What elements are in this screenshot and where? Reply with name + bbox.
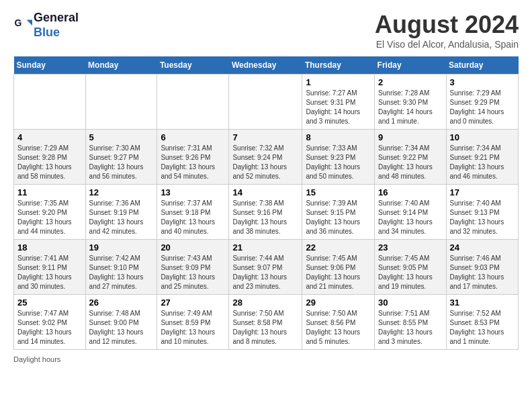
header: G General Blue August 2024 El Viso del A…	[13, 11, 519, 50]
day-info: Sunrise: 7:39 AMSunset: 9:15 PMDaylight:…	[306, 199, 371, 236]
location: El Viso del Alcor, Andalusia, Spain	[375, 39, 519, 50]
day-info: Sunrise: 7:51 AMSunset: 8:55 PMDaylight:…	[378, 309, 442, 347]
weekday-header-cell: Thursday	[302, 56, 375, 75]
day-info: Sunrise: 7:33 AMSunset: 9:23 PMDaylight:…	[306, 144, 371, 181]
footer-note-text: Daylight hours	[13, 355, 60, 363]
day-number: 24	[450, 242, 515, 253]
day-info: Sunrise: 7:27 AMSunset: 9:31 PMDaylight:…	[306, 89, 371, 126]
day-info: Sunrise: 7:28 AMSunset: 9:30 PMDaylight:…	[378, 89, 442, 126]
day-info: Sunrise: 7:52 AMSunset: 8:53 PMDaylight:…	[450, 309, 515, 347]
calendar-cell: 2Sunrise: 7:28 AMSunset: 9:30 PMDaylight…	[375, 75, 446, 130]
day-number: 11	[17, 187, 82, 197]
day-number: 30	[378, 298, 442, 308]
day-info: Sunrise: 7:41 AMSunset: 9:11 PMDaylight:…	[17, 254, 82, 291]
day-info: Sunrise: 7:40 AMSunset: 9:14 PMDaylight:…	[378, 199, 442, 236]
day-info: Sunrise: 7:29 AMSunset: 9:29 PMDaylight:…	[450, 89, 515, 126]
calendar-cell: 17Sunrise: 7:40 AMSunset: 9:13 PMDayligh…	[446, 185, 518, 240]
calendar-cell: 23Sunrise: 7:45 AMSunset: 9:05 PMDayligh…	[375, 240, 446, 295]
day-number: 2	[378, 77, 442, 87]
calendar-cell	[157, 75, 229, 130]
day-number: 13	[161, 187, 225, 197]
day-number: 26	[89, 298, 154, 308]
day-info: Sunrise: 7:44 AMSunset: 9:07 PMDaylight:…	[232, 254, 298, 291]
day-number: 1	[306, 77, 371, 87]
weekday-header-cell: Monday	[85, 56, 157, 75]
calendar-week-row: 11Sunrise: 7:35 AMSunset: 9:20 PMDayligh…	[14, 185, 519, 240]
day-info: Sunrise: 7:48 AMSunset: 9:00 PMDaylight:…	[89, 309, 154, 347]
calendar-cell: 10Sunrise: 7:34 AMSunset: 9:21 PMDayligh…	[446, 130, 518, 185]
day-number: 5	[89, 132, 154, 142]
day-info: Sunrise: 7:35 AMSunset: 9:20 PMDaylight:…	[17, 199, 82, 236]
calendar-week-row: 18Sunrise: 7:41 AMSunset: 9:11 PMDayligh…	[14, 240, 519, 295]
title-block: August 2024 El Viso del Alcor, Andalusia…	[375, 11, 519, 50]
logo-line1: General	[34, 11, 79, 26]
logo-icon: G	[13, 16, 32, 35]
day-info: Sunrise: 7:50 AMSunset: 8:56 PMDaylight:…	[306, 309, 371, 347]
day-number: 12	[89, 187, 154, 197]
day-info: Sunrise: 7:36 AMSunset: 9:19 PMDaylight:…	[89, 199, 154, 236]
day-info: Sunrise: 7:32 AMSunset: 9:24 PMDaylight:…	[232, 144, 298, 181]
day-info: Sunrise: 7:45 AMSunset: 9:05 PMDaylight:…	[378, 254, 442, 291]
calendar-cell: 13Sunrise: 7:37 AMSunset: 9:18 PMDayligh…	[157, 185, 229, 240]
calendar-body: 1Sunrise: 7:27 AMSunset: 9:31 PMDaylight…	[14, 75, 519, 350]
calendar-cell: 12Sunrise: 7:36 AMSunset: 9:19 PMDayligh…	[85, 185, 157, 240]
day-info: Sunrise: 7:50 AMSunset: 8:58 PMDaylight:…	[232, 309, 298, 347]
day-number: 14	[232, 187, 298, 197]
day-info: Sunrise: 7:30 AMSunset: 9:27 PMDaylight:…	[89, 144, 154, 181]
day-number: 25	[17, 298, 82, 308]
weekday-header-cell: Sunday	[14, 56, 86, 75]
day-number: 6	[161, 132, 225, 142]
calendar-cell: 11Sunrise: 7:35 AMSunset: 9:20 PMDayligh…	[14, 185, 86, 240]
footer-note: Daylight hours	[13, 355, 519, 363]
day-info: Sunrise: 7:49 AMSunset: 8:59 PMDaylight:…	[161, 309, 225, 347]
logo-line2: Blue	[34, 26, 79, 40]
calendar-cell: 26Sunrise: 7:48 AMSunset: 9:00 PMDayligh…	[85, 295, 157, 350]
day-info: Sunrise: 7:31 AMSunset: 9:26 PMDaylight:…	[161, 144, 225, 181]
weekday-header-cell: Friday	[375, 56, 446, 75]
day-info: Sunrise: 7:38 AMSunset: 9:16 PMDaylight:…	[232, 199, 298, 236]
day-number: 22	[306, 242, 371, 253]
calendar-cell	[85, 75, 157, 130]
calendar-cell: 4Sunrise: 7:29 AMSunset: 9:28 PMDaylight…	[14, 130, 86, 185]
calendar-cell: 5Sunrise: 7:30 AMSunset: 9:27 PMDaylight…	[85, 130, 157, 185]
weekday-header-cell: Wednesday	[229, 56, 302, 75]
day-number: 23	[378, 242, 442, 253]
calendar-week-row: 25Sunrise: 7:47 AMSunset: 9:02 PMDayligh…	[14, 295, 519, 350]
calendar-cell: 24Sunrise: 7:46 AMSunset: 9:03 PMDayligh…	[446, 240, 518, 295]
calendar-cell: 28Sunrise: 7:50 AMSunset: 8:58 PMDayligh…	[229, 295, 302, 350]
weekday-header-cell: Tuesday	[157, 56, 229, 75]
day-number: 28	[232, 298, 298, 308]
day-info: Sunrise: 7:37 AMSunset: 9:18 PMDaylight:…	[161, 199, 225, 236]
calendar-cell	[229, 75, 302, 130]
day-number: 4	[17, 132, 82, 142]
calendar-cell: 30Sunrise: 7:51 AMSunset: 8:55 PMDayligh…	[375, 295, 446, 350]
page: G General Blue August 2024 El Viso del A…	[0, 0, 532, 374]
calendar-cell: 18Sunrise: 7:41 AMSunset: 9:11 PMDayligh…	[14, 240, 86, 295]
day-number: 3	[450, 77, 515, 87]
calendar-week-row: 1Sunrise: 7:27 AMSunset: 9:31 PMDaylight…	[14, 75, 519, 130]
day-number: 17	[450, 187, 515, 197]
day-info: Sunrise: 7:34 AMSunset: 9:21 PMDaylight:…	[450, 144, 515, 181]
calendar-cell: 16Sunrise: 7:40 AMSunset: 9:14 PMDayligh…	[375, 185, 446, 240]
calendar-cell: 7Sunrise: 7:32 AMSunset: 9:24 PMDaylight…	[229, 130, 302, 185]
calendar-cell: 29Sunrise: 7:50 AMSunset: 8:56 PMDayligh…	[302, 295, 375, 350]
day-number: 29	[306, 298, 371, 308]
svg-marker-1	[27, 19, 32, 25]
calendar-cell: 3Sunrise: 7:29 AMSunset: 9:29 PMDaylight…	[446, 75, 518, 130]
calendar-cell: 8Sunrise: 7:33 AMSunset: 9:23 PMDaylight…	[302, 130, 375, 185]
calendar-cell: 20Sunrise: 7:43 AMSunset: 9:09 PMDayligh…	[157, 240, 229, 295]
calendar-cell: 22Sunrise: 7:45 AMSunset: 9:06 PMDayligh…	[302, 240, 375, 295]
day-number: 18	[17, 242, 82, 253]
calendar-table: SundayMondayTuesdayWednesdayThursdayFrid…	[13, 56, 519, 350]
calendar-cell: 1Sunrise: 7:27 AMSunset: 9:31 PMDaylight…	[302, 75, 375, 130]
calendar-cell: 14Sunrise: 7:38 AMSunset: 9:16 PMDayligh…	[229, 185, 302, 240]
day-info: Sunrise: 7:42 AMSunset: 9:10 PMDaylight:…	[89, 254, 154, 291]
day-number: 9	[378, 132, 442, 142]
calendar-cell: 6Sunrise: 7:31 AMSunset: 9:26 PMDaylight…	[157, 130, 229, 185]
day-info: Sunrise: 7:29 AMSunset: 9:28 PMDaylight:…	[17, 144, 82, 181]
day-number: 7	[232, 132, 298, 142]
day-info: Sunrise: 7:46 AMSunset: 9:03 PMDaylight:…	[450, 254, 515, 291]
day-info: Sunrise: 7:45 AMSunset: 9:06 PMDaylight:…	[306, 254, 371, 291]
day-info: Sunrise: 7:34 AMSunset: 9:22 PMDaylight:…	[378, 144, 442, 181]
day-number: 20	[161, 242, 225, 253]
